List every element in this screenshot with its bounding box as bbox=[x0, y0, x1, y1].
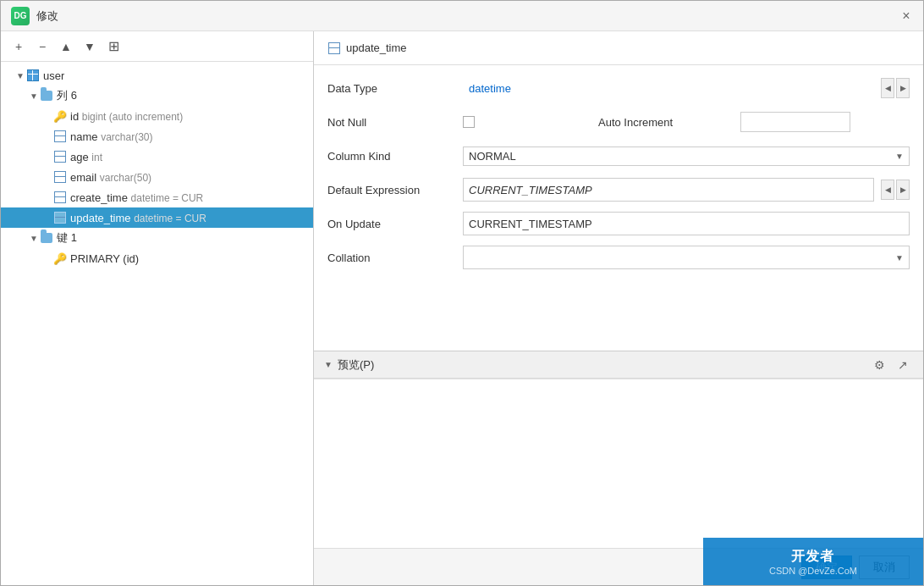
column-kind-label: Column Kind bbox=[327, 150, 463, 163]
collation-field[interactable]: ▼ bbox=[463, 246, 910, 269]
primary-label: PRIMARY (id) bbox=[70, 252, 139, 265]
data-type-row: Data Type datetime ◀ ▶ bbox=[327, 75, 910, 101]
default-expression-row: Default Expression CURRENT_TIMESTAMP ◀ ▶ bbox=[327, 177, 910, 202]
data-type-value: datetime bbox=[469, 82, 868, 95]
move-down-button[interactable]: ▼ bbox=[79, 36, 101, 57]
id-label: id bigint (auto increment) bbox=[70, 110, 183, 123]
not-null-row: Not Null Auto Increment bbox=[327, 109, 910, 135]
column-kind-value: NORMAL bbox=[469, 150, 895, 163]
data-type-control: datetime ◀ ▶ bbox=[463, 78, 910, 98]
data-type-prev-btn[interactable]: ◀ bbox=[881, 78, 894, 98]
bottom-bar: 确定 取消 bbox=[314, 548, 923, 585]
collation-row: Collation ▼ bbox=[327, 245, 910, 270]
cancel-button[interactable]: 取消 bbox=[859, 556, 910, 579]
main-content: + − ▲ ▼ ⊞ ▼ bbox=[1, 31, 923, 585]
keys-label: 键 1 bbox=[57, 230, 77, 246]
user-label: user bbox=[43, 69, 64, 82]
data-type-next-btn[interactable]: ▶ bbox=[896, 78, 910, 98]
preview-body bbox=[314, 379, 923, 548]
preview-link-button[interactable]: ↗ bbox=[893, 355, 913, 375]
default-expression-label: Default Expression bbox=[327, 184, 463, 196]
chevron-down-icon-3: ▼ bbox=[895, 152, 904, 161]
tree-item-user[interactable]: ▼ user bbox=[1, 65, 313, 86]
table-icon bbox=[26, 69, 40, 82]
not-null-checkbox[interactable] bbox=[463, 116, 475, 128]
primary-key-icon: 🔑 bbox=[53, 109, 67, 123]
preview-actions: ⚙ ↗ bbox=[869, 355, 913, 375]
right-panel: update_time Data Type datetime ◀ ▶ bbox=[314, 31, 923, 585]
columns-label: 列 6 bbox=[57, 88, 77, 103]
column-kind-control: NORMAL ▼ bbox=[463, 146, 910, 166]
on-update-label: On Update bbox=[327, 218, 463, 230]
preview-header[interactable]: ▼ 预览(P) ⚙ ↗ bbox=[314, 351, 923, 379]
update-time-label: update_time datetime = CUR bbox=[70, 212, 206, 224]
tree-item-name[interactable]: name varchar(30) bbox=[1, 126, 313, 146]
chevron-down-icon-4: ▼ bbox=[895, 253, 904, 263]
tree: ▼ user ▼ 列 6 bbox=[1, 62, 313, 585]
preview-section: ▼ 预览(P) ⚙ ↗ bbox=[314, 351, 923, 548]
folder-icon bbox=[40, 89, 53, 102]
data-type-label: Data Type bbox=[327, 82, 463, 95]
on-update-value: CURRENT_TIMESTAMP bbox=[469, 218, 904, 230]
column-header: update_time bbox=[314, 31, 923, 65]
title-bar-left: DG 修改 bbox=[11, 7, 58, 25]
data-type-nav-group: ◀ ▶ bbox=[881, 78, 910, 98]
column-icon-email bbox=[53, 170, 67, 184]
move-up-button[interactable]: ▲ bbox=[55, 36, 77, 57]
chevron-down-icon-2: ▼ bbox=[28, 91, 40, 101]
column-kind-row: Column Kind NORMAL ▼ bbox=[327, 143, 910, 169]
auto-increment-input[interactable] bbox=[740, 112, 850, 132]
default-expression-field[interactable]: CURRENT_TIMESTAMP bbox=[463, 178, 874, 202]
column-name-title: update_time bbox=[346, 41, 407, 54]
collation-label: Collation bbox=[327, 252, 463, 264]
column-icon-create-time bbox=[53, 191, 67, 204]
default-expression-control: CURRENT_TIMESTAMP ◀ ▶ bbox=[463, 178, 910, 202]
tree-item-create-time[interactable]: create_time datetime = CUR bbox=[1, 187, 313, 207]
app-icon: DG bbox=[11, 7, 30, 25]
main-window: DG 修改 × + − ▲ ▼ bbox=[0, 0, 924, 586]
column-kind-select[interactable]: NORMAL ▼ bbox=[463, 146, 910, 166]
not-null-left: Not Null bbox=[327, 116, 598, 129]
age-label: age int bbox=[70, 151, 102, 163]
tree-item-primary[interactable]: 🔑 PRIMARY (id) bbox=[1, 248, 313, 268]
tree-item-id[interactable]: 🔑 id bigint (auto increment) bbox=[1, 106, 313, 126]
settings-button[interactable]: ⊞ bbox=[102, 36, 124, 57]
create-time-label: create_time datetime = CUR bbox=[70, 191, 203, 204]
preview-title: 预览(P) bbox=[338, 357, 374, 373]
default-expression-value: CURRENT_TIMESTAMP bbox=[469, 184, 868, 196]
auto-increment-label: Auto Increment bbox=[598, 116, 734, 129]
form-area: Data Type datetime ◀ ▶ Not Null bbox=[314, 65, 923, 351]
data-type-field[interactable]: datetime bbox=[463, 79, 874, 98]
column-icon-age bbox=[53, 150, 67, 163]
tree-item-email[interactable]: email varchar(50) bbox=[1, 167, 313, 187]
key-icon: 🔑 bbox=[53, 252, 67, 265]
tree-item-keys[interactable]: ▼ 键 1 bbox=[1, 228, 313, 248]
not-null-label: Not Null bbox=[327, 116, 463, 129]
auto-increment-right: Auto Increment bbox=[598, 112, 910, 132]
default-expr-next-btn[interactable]: ▶ bbox=[896, 180, 910, 200]
keys-folder-icon bbox=[40, 231, 53, 245]
tree-item-age[interactable]: age int bbox=[1, 146, 313, 167]
toolbar: + − ▲ ▼ ⊞ bbox=[1, 31, 313, 62]
title-bar: DG 修改 × bbox=[1, 1, 923, 31]
column-icon-update-time bbox=[53, 211, 67, 224]
tree-item-update-time[interactable]: update_time datetime = CUR bbox=[1, 207, 313, 228]
default-expr-nav-group: ◀ ▶ bbox=[881, 180, 910, 200]
remove-button[interactable]: − bbox=[31, 36, 53, 57]
left-panel: + − ▲ ▼ ⊞ ▼ bbox=[1, 31, 314, 585]
on-update-row: On Update CURRENT_TIMESTAMP bbox=[327, 211, 910, 236]
window-title: 修改 bbox=[36, 8, 58, 24]
chevron-down-icon: ▼ bbox=[14, 71, 26, 80]
on-update-field[interactable]: CURRENT_TIMESTAMP bbox=[463, 212, 910, 235]
preview-chevron-icon: ▼ bbox=[324, 360, 333, 369]
default-expr-prev-btn[interactable]: ◀ bbox=[881, 180, 894, 200]
not-null-checkbox-wrapper bbox=[463, 116, 475, 128]
col-header-icon bbox=[327, 41, 341, 55]
preview-settings-button[interactable]: ⚙ bbox=[869, 355, 889, 375]
confirm-button[interactable]: 确定 bbox=[801, 556, 852, 579]
name-label: name varchar(30) bbox=[70, 130, 153, 143]
add-button[interactable]: + bbox=[8, 36, 30, 57]
tree-item-columns[interactable]: ▼ 列 6 bbox=[1, 86, 313, 106]
email-label: email varchar(50) bbox=[70, 171, 151, 184]
close-button[interactable]: × bbox=[899, 9, 913, 23]
